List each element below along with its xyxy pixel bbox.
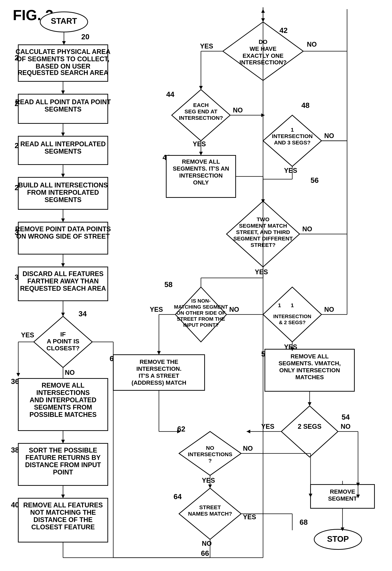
d58-no: NO <box>229 306 239 313</box>
b38-2: FEATURE RETURNS BY <box>25 454 100 461</box>
b26-1: READ ALL INTERPOLATED <box>20 140 106 148</box>
svg-marker-98 <box>261 9 265 13</box>
d50-above1: 1 <box>291 302 294 308</box>
b38-3: DISTANCE FROM INPUT <box>25 461 101 469</box>
svg-marker-65 <box>281 406 338 457</box>
svg-marker-11 <box>61 174 65 177</box>
b60-3: IT'S A STREET <box>139 372 179 379</box>
svg-marker-70 <box>208 484 212 488</box>
b60-2: INTERSECTION. <box>136 366 182 372</box>
d42-no-right: NO <box>307 41 317 48</box>
svg-marker-17 <box>61 263 65 267</box>
d2segs-1: 2 SEGS <box>298 423 322 430</box>
n68: 68 <box>300 518 308 526</box>
n56: 56 <box>310 176 319 184</box>
b52-2: SEGMENTS. VMATCH, <box>279 360 341 366</box>
d50-text1: INTERSECTION <box>273 314 311 319</box>
b24-2: SEGMENTS <box>44 105 82 113</box>
d44-1: EACH <box>193 102 209 108</box>
n44: 44 <box>166 90 174 98</box>
n48: 48 <box>301 101 310 109</box>
b24-1: READ ALL POINT DATA POINT <box>15 98 111 106</box>
d44-3: INTERSECTION? <box>179 115 223 121</box>
d48-yes: YES <box>284 167 297 174</box>
d34-1: IF <box>60 331 66 338</box>
d62-1: NO <box>206 445 214 451</box>
d58-yes: YES <box>150 306 163 313</box>
b36-2: INTERSECTIONS <box>36 389 90 396</box>
svg-marker-20 <box>61 313 65 316</box>
d64-yes: YES <box>243 513 256 521</box>
d48-no: NO <box>324 132 334 140</box>
svg-marker-30 <box>61 495 65 498</box>
page: FIG. 2 START 20 22 CALCULATE PHYSICAL AR… <box>0 0 392 571</box>
d2segs-no: NO <box>341 423 350 430</box>
d50-num1: 1 <box>278 302 281 308</box>
d58-3: ON OTHER SIDE OF <box>176 310 225 316</box>
d62-no: NO <box>243 445 253 452</box>
d34-3: CLOSEST? <box>46 345 80 351</box>
b22-1: CALCULATE PHYSICAL AREA <box>15 48 110 55</box>
b46-1: REMOVE ALL <box>182 158 220 165</box>
b36-4: SEGMENTS FROM <box>34 404 92 411</box>
d44-no: NO <box>233 106 243 114</box>
d58-2: MATCHING SEGMENT <box>174 304 228 310</box>
d44-2: SEG END AT <box>184 108 217 115</box>
d34-yes: YES <box>21 331 34 339</box>
b28-2: FROM INTERPOLATED <box>27 189 99 196</box>
b40-4: CLOSEST FEATURE <box>31 523 95 531</box>
d56-no: NO <box>302 225 312 233</box>
n58: 58 <box>164 280 173 289</box>
d62-2: INTERSECTIONS <box>188 451 232 457</box>
b-remove-seg-1: REMOVE <box>330 488 355 495</box>
b22-4: REQUESTED SEARCH AREA <box>18 69 109 76</box>
b28-1: BUILD ALL INTERSECTIONS <box>18 181 108 189</box>
n34: 34 <box>79 310 87 318</box>
start-label: START <box>51 16 77 25</box>
svg-marker-2 <box>62 41 66 45</box>
b40-3: DISTANCE OF THE <box>33 516 92 524</box>
n40: 40 <box>11 501 19 509</box>
n66: 66 <box>201 549 209 557</box>
d62-3: ? <box>209 458 212 464</box>
d64-1: STREET <box>199 504 221 510</box>
b30-2: ON WRONG SIDE OF STREET <box>16 233 110 240</box>
b38-1: SORT THE POSSIBLE <box>29 446 97 454</box>
b60-4: (ADDRESS) MATCH <box>131 379 186 386</box>
d50-no: NO <box>324 306 334 313</box>
svg-marker-57 <box>157 351 161 355</box>
b52-4: MATCHES <box>295 374 324 381</box>
d50-text2: & 2 SEGS? <box>279 320 306 325</box>
d64-2: NAMES MATCH? <box>188 511 232 517</box>
d58-5: INPUT POINT? <box>183 322 219 328</box>
b38-4: POINT <box>53 469 73 476</box>
svg-marker-8 <box>61 132 65 136</box>
b32-3: REQUESTED SEACH AREA <box>20 285 106 292</box>
d48-2: INTERSECTION <box>272 133 312 139</box>
b40-1: REMOVE ALL FEATURES <box>23 501 103 509</box>
b46-3: INTERSECTION <box>179 172 223 179</box>
b36-3: AND INTERPOLATED <box>29 396 96 404</box>
b32-2: FARTHER AWAY THAN <box>28 277 99 285</box>
d34-no: NO <box>65 369 75 376</box>
d34-2: A POINT IS <box>47 338 79 345</box>
b28-3: SEGMENTS <box>44 196 82 204</box>
n64: 64 <box>174 493 182 501</box>
b22-2: OF SEGMENTS TO COLLECT, <box>17 55 109 63</box>
stop-label: STOP <box>327 534 349 543</box>
b32-1: DISCARD ALL FEATURES <box>22 270 103 278</box>
b26-2: SEGMENTS <box>44 147 82 155</box>
svg-marker-40 <box>199 152 203 155</box>
d62-yes: YES <box>202 477 215 484</box>
n42: 42 <box>280 26 288 34</box>
d48-1: 1 <box>291 127 294 133</box>
b52-3: ONLY INTERSECTION <box>279 367 340 374</box>
d44-yes: YES <box>193 140 206 148</box>
svg-marker-24 <box>16 373 20 377</box>
svg-marker-64 <box>308 402 311 406</box>
b52-1: REMOVE ALL <box>291 353 329 360</box>
svg-marker-27 <box>61 440 65 443</box>
d58-4: STREET FROM THE <box>177 316 225 322</box>
n54: 54 <box>342 413 350 421</box>
svg-marker-37 <box>199 86 203 89</box>
